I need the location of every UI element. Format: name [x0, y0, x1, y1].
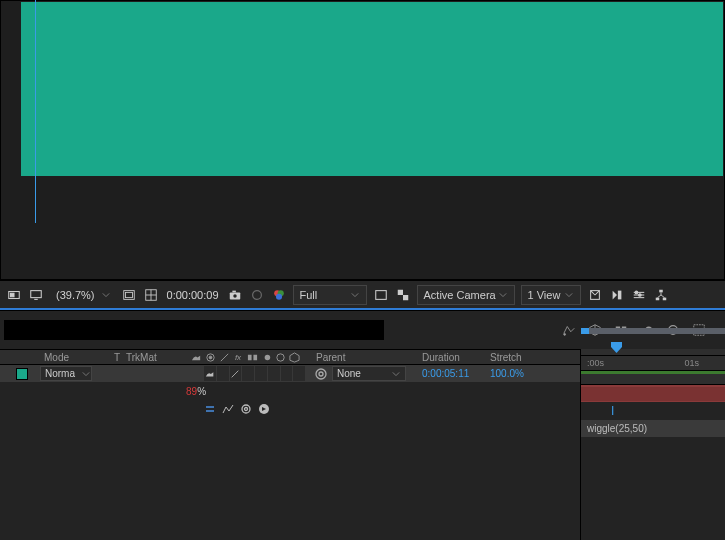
svg-rect-44: [247, 354, 251, 360]
expression-language-icon[interactable]: [258, 403, 270, 415]
composition-viewport[interactable]: [0, 0, 725, 280]
camera-dropdown[interactable]: Active Camera: [417, 285, 515, 305]
view-count-value: 1 View: [528, 289, 561, 301]
preview-timecode[interactable]: 0:00:00:09: [165, 289, 221, 301]
layer-color-chip[interactable]: [16, 368, 28, 380]
shy-icon: [190, 350, 202, 364]
blend-mode-dropdown[interactable]: Norma: [40, 366, 92, 381]
svg-rect-27: [655, 297, 659, 300]
svg-rect-20: [617, 290, 621, 299]
chevron-down-icon: [498, 285, 508, 305]
svg-rect-45: [253, 354, 257, 360]
svg-point-15: [275, 293, 281, 299]
svg-rect-16: [375, 290, 386, 299]
property-track[interactable]: I: [581, 403, 725, 420]
col-stretch-label: Stretch: [490, 352, 546, 363]
expression-graph-icon[interactable]: [222, 403, 234, 415]
svg-point-46: [264, 354, 270, 360]
expression-enable-icon[interactable]: [204, 403, 216, 415]
quality-switch[interactable]: [230, 366, 243, 381]
switches-header: fx: [186, 350, 306, 364]
show-channel-icon[interactable]: [249, 287, 265, 303]
pickwhip-icon[interactable]: [314, 367, 328, 381]
flowchart-icon[interactable]: [653, 287, 669, 303]
3d-icon: [288, 350, 300, 364]
fast-preview-icon[interactable]: [609, 287, 625, 303]
layer-duration[interactable]: 0:00:05:11: [416, 368, 490, 379]
svg-point-32: [564, 334, 566, 336]
playhead-line[interactable]: [35, 0, 36, 223]
3d-switch[interactable]: [293, 366, 306, 381]
chevron-down-icon: [391, 364, 401, 384]
property-row[interactable]: 89%: [0, 383, 580, 400]
work-area-bar[interactable]: [581, 328, 725, 334]
color-management-icon[interactable]: [271, 287, 287, 303]
svg-rect-18: [403, 295, 408, 300]
motionblur-switch[interactable]: [268, 366, 281, 381]
expression-field[interactable]: wiggle(25,50): [581, 420, 725, 437]
text-cursor-icon: I: [611, 404, 614, 418]
parent-dropdown[interactable]: None: [332, 366, 406, 381]
motionblur-col-icon: [260, 350, 272, 364]
grid-mask-icon[interactable]: [143, 287, 159, 303]
transparency-grid-icon[interactable]: [395, 287, 411, 303]
comp-mini-flowchart-icon[interactable]: [561, 322, 577, 338]
layer-search-input[interactable]: [4, 320, 384, 340]
work-area-start[interactable]: [581, 328, 589, 334]
svg-point-25: [638, 293, 641, 296]
collapse-switch[interactable]: [217, 366, 230, 381]
svg-rect-1: [11, 293, 15, 297]
fx-switch[interactable]: [242, 366, 255, 381]
layer-switches[interactable]: [186, 366, 306, 381]
monitor-icon[interactable]: [28, 287, 44, 303]
svg-line-30: [657, 295, 661, 298]
layer-duration-bar[interactable]: [581, 385, 725, 403]
svg-rect-26: [659, 289, 663, 292]
roi-icon[interactable]: [373, 287, 389, 303]
frameblend-switch[interactable]: [255, 366, 268, 381]
svg-point-49: [316, 369, 326, 379]
safe-zones-icon[interactable]: [121, 287, 137, 303]
always-preview-icon[interactable]: [6, 287, 22, 303]
empty-layer-area[interactable]: [0, 417, 580, 540]
layer-row[interactable]: Norma Non: [0, 365, 580, 383]
col-t-label: T: [108, 352, 126, 363]
time-ruler[interactable]: :00s 01s: [581, 355, 725, 371]
resolution-dropdown[interactable]: Full: [293, 285, 367, 305]
cached-frames-bar: [581, 371, 725, 374]
svg-point-53: [242, 405, 250, 413]
expression-pickwhip-icon[interactable]: [240, 403, 252, 415]
expression-text: wiggle(25,50): [587, 423, 647, 434]
col-parent-label: Parent: [306, 352, 416, 363]
view-count-dropdown[interactable]: 1 View: [521, 285, 581, 305]
chevron-down-icon: [564, 285, 574, 305]
pixel-aspect-icon[interactable]: [587, 287, 603, 303]
quality-icon: [218, 350, 230, 364]
zoom-dropdown[interactable]: (39.7%): [50, 285, 115, 305]
timeline-panel: Mode T TrkMat fx Parent Duration Stretch: [0, 310, 725, 540]
svg-point-47: [276, 353, 283, 360]
blend-mode-value: Norma: [45, 368, 75, 379]
parent-value: None: [337, 368, 361, 379]
snapshot-icon[interactable]: [227, 287, 243, 303]
fx-icon: fx: [232, 350, 244, 364]
time-tick-1: 01s: [684, 358, 699, 368]
camera-value: Active Camera: [424, 289, 496, 301]
svg-line-43: [220, 353, 227, 360]
layer-stretch[interactable]: 100.0%: [490, 368, 546, 379]
playhead-icon[interactable]: [611, 342, 622, 353]
opacity-value: 89: [186, 386, 197, 397]
svg-rect-11: [232, 290, 236, 292]
resolution-value: Full: [300, 289, 318, 301]
chevron-down-icon: [350, 285, 360, 305]
svg-point-24: [635, 291, 638, 294]
property-value[interactable]: 89%: [0, 386, 206, 397]
svg-rect-5: [125, 292, 132, 297]
svg-rect-17: [397, 289, 402, 294]
composition-canvas[interactable]: [21, 2, 723, 176]
timeline-track-area[interactable]: :00s 01s I wiggle(25,50): [580, 349, 725, 540]
adjustment-switch[interactable]: [281, 366, 294, 381]
chevron-down-icon: [81, 364, 91, 384]
shy-switch[interactable]: [204, 366, 217, 381]
timeline-icon[interactable]: [631, 287, 647, 303]
